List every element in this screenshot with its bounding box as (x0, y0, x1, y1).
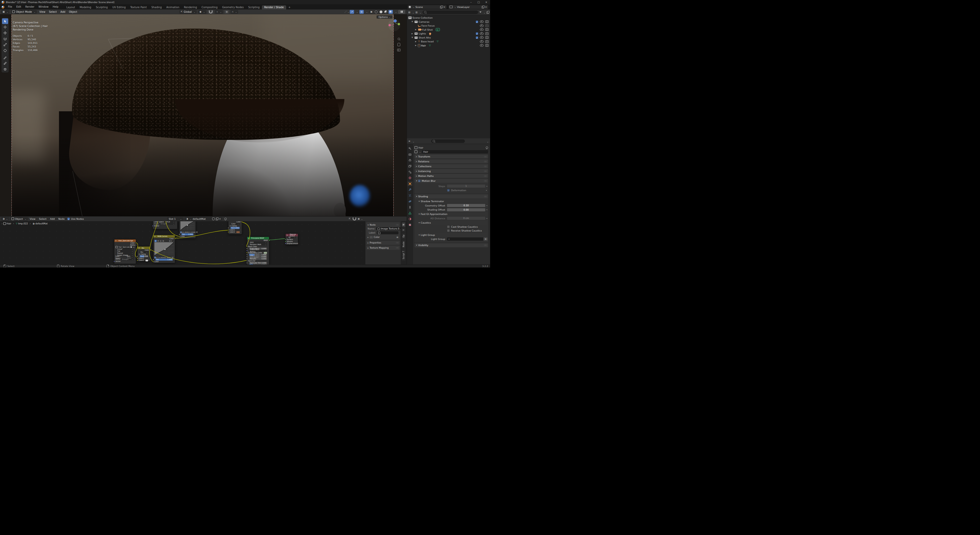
subsurface-color-input-socket[interactable] (247, 252, 248, 253)
minimize-button[interactable]: – (467, 0, 475, 4)
overlays-dropdown[interactable] (364, 10, 369, 14)
breadcrumb-expand-icon[interactable]: › (2, 222, 3, 225)
outliner-row-base-head[interactable]: ▶ ▽ Base head ▽ (407, 40, 490, 44)
render-visibility-icon[interactable] (485, 44, 488, 47)
panel-visibility[interactable]: Visibility (415, 243, 488, 247)
subsurface-anisotropy-slider[interactable]: Subsurface Anisotropy0.000 (249, 256, 267, 258)
tab-output[interactable] (407, 158, 413, 162)
panel-grip-icon[interactable] (484, 155, 487, 158)
curve-y-value[interactable]: 0.54583 (189, 231, 196, 233)
select-visibility-dropdown[interactable]: ⋰ (344, 10, 349, 14)
collapse-arrow-icon[interactable]: ▼ (411, 21, 414, 23)
color2-input-socket[interactable] (228, 231, 229, 233)
axis-y-dot[interactable] (398, 23, 400, 25)
specular-tint-slider[interactable]: Specular Tint0.000 (249, 262, 267, 264)
panel-motion-paths[interactable]: Motion Paths (415, 174, 488, 178)
node-panel-header[interactable]: Node (368, 223, 398, 227)
panel-grip-icon[interactable] (396, 242, 398, 244)
tab-texture-paint[interactable]: Texture Paint (128, 5, 149, 10)
node-principled-bsdf[interactable]: Principled BSDF BSDF GGX Random Walk Bas… (247, 237, 269, 264)
tab-compositing[interactable]: Compositing (199, 5, 220, 10)
specular-tint-input-socket[interactable] (247, 263, 248, 264)
breadcrumb-material[interactable]: defaultMat (35, 222, 48, 225)
panel-collections[interactable]: Collections (415, 164, 488, 168)
panel-grip-icon[interactable] (484, 165, 487, 168)
metallic-input-socket[interactable] (247, 258, 248, 260)
fac-slider[interactable]: Fac1.000 (231, 227, 240, 229)
scene-name[interactable]: Scene (415, 6, 439, 8)
select-box-tool[interactable] (2, 18, 8, 24)
shader-editor-type-button[interactable]: ◑ (1, 217, 9, 221)
fac-input-socket[interactable] (153, 259, 154, 260)
animate-dot-icon[interactable] (486, 204, 488, 207)
panel-motion-blur[interactable]: Motion Blur (415, 179, 488, 183)
node-curve-partial[interactable]: ∩ ∧ 0.49091 0.54583 Fac1.000 Color (179, 221, 196, 239)
shading-dropdown[interactable] (393, 10, 398, 14)
node-image-texture-specular[interactable]: Hair_Specular.tga Color Alpha Hair_Specu… (114, 239, 136, 264)
roughness-slider[interactable]: Roughness0.224 (249, 264, 267, 264)
channel-c-button[interactable]: C (154, 240, 157, 242)
color-output-socket[interactable] (135, 242, 137, 244)
open-image-icon[interactable] (130, 247, 132, 248)
animate-dot-icon[interactable] (486, 185, 488, 188)
shading-rendered-button[interactable] (388, 10, 393, 14)
panel-grip-icon[interactable] (484, 244, 487, 247)
deformation-checkbox[interactable] (447, 189, 450, 191)
display-mode-chevron-icon[interactable] (419, 10, 422, 14)
viewport-menu-view[interactable]: View (38, 11, 47, 13)
panel-relations[interactable]: Relations (415, 159, 488, 163)
properties-subpanel[interactable]: Properties (366, 241, 400, 245)
expand-arrow-icon[interactable]: ▶ (415, 29, 417, 30)
subsurface-slider[interactable]: Subsurface0.000 (249, 248, 267, 250)
clamp-checkbox[interactable] (138, 253, 140, 255)
outliner-search-input[interactable] (423, 11, 478, 14)
animate-dot-icon[interactable] (486, 189, 487, 192)
shading-wireframe-button[interactable] (374, 10, 378, 14)
tab-particles[interactable] (407, 193, 413, 198)
tab-modeling[interactable]: Modeling (77, 5, 94, 10)
sidebar-tab-script[interactable]: Script T (402, 249, 406, 261)
hide-eye-icon[interactable] (480, 32, 484, 35)
outliner-row-short-afro[interactable]: ▼ Short Afro (407, 36, 490, 40)
fac-slider[interactable]: Fac0.556 (140, 255, 148, 257)
node-rgb-curves[interactable]: RGB Curves Color C R G B ⊕ ⊖ (153, 235, 175, 263)
volume-input-socket[interactable] (285, 241, 286, 242)
tab-object-active[interactable] (407, 181, 413, 186)
cast-shadow-caustics-checkbox[interactable] (447, 226, 450, 228)
pin-icon[interactable] (224, 218, 227, 220)
tab-world[interactable] (407, 175, 413, 180)
node-collapse-icon[interactable] (248, 237, 250, 239)
panel-grip-icon[interactable] (396, 224, 398, 226)
panel-transform[interactable]: Transform (415, 154, 488, 159)
subpanel-fast-gi[interactable]: Fast GI Approximation (417, 212, 488, 216)
tab-sculpting[interactable]: Sculpting (94, 5, 110, 10)
tab-scripting[interactable]: Scripting (246, 5, 262, 10)
pivot-point-dropdown[interactable]: ◉ (198, 10, 206, 14)
node-collapse-icon[interactable] (138, 247, 141, 249)
shader-menu-select[interactable]: Select (37, 218, 48, 220)
steps-field[interactable]: 1 (447, 185, 485, 188)
tab-render-shade-active[interactable]: Render / Shade (262, 5, 286, 10)
alpha-output-socket[interactable] (135, 245, 137, 246)
extension-dropdown[interactable]: Repeat (116, 252, 134, 254)
ao-distance-field[interactable]: 0 cm (447, 217, 485, 220)
hide-eye-icon[interactable] (480, 24, 484, 27)
collection-checkbox[interactable] (476, 21, 478, 23)
tab-object-data[interactable] (407, 210, 413, 215)
menu-file[interactable]: File (6, 4, 14, 10)
delete-point-icon[interactable] (196, 231, 198, 234)
channel-r-button[interactable]: R (157, 240, 159, 242)
curve-x-value[interactable]: 0.54545 (159, 256, 165, 259)
menu-help[interactable]: Help (51, 4, 60, 10)
geometry-offset-field[interactable]: 0.10 (447, 204, 485, 207)
tab-view-layer[interactable] (407, 164, 413, 169)
node-overlay-chevron-icon[interactable] (360, 218, 363, 220)
viewport-canvas[interactable]: Camera Perspective (67) Scene Collection… (0, 14, 407, 216)
parent-node-icon[interactable]: ⇱ (349, 218, 351, 220)
distribution-dropdown[interactable]: GGX (249, 242, 267, 244)
scene-selector[interactable]: Scene (408, 5, 447, 9)
properties-editor-chevron-icon[interactable] (412, 139, 415, 143)
add-cube-tool[interactable] (2, 66, 8, 72)
xray-toggle[interactable]: ▣ (369, 10, 374, 14)
viewport-menu-select[interactable]: Select (47, 11, 59, 13)
